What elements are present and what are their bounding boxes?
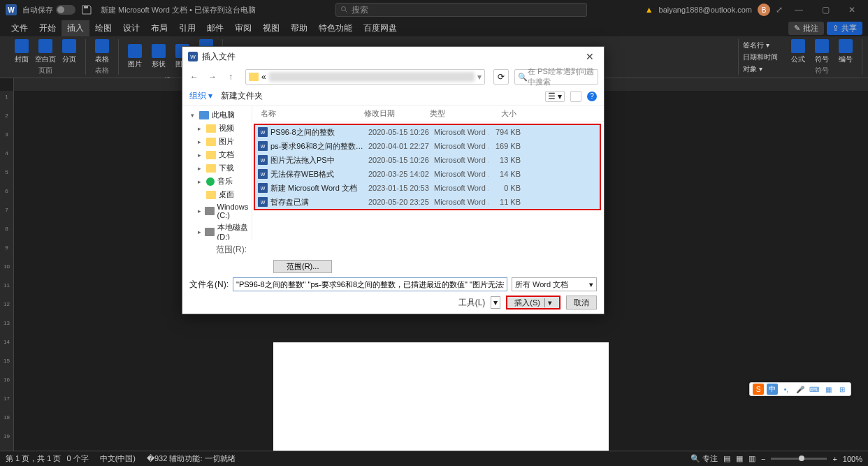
save-icon[interactable] [81, 4, 92, 15]
folder-tree[interactable]: ▾此电脑▸视频▸图片▸文档▸下载▸音乐桌面▸Windows (C:)▸本地磁盘 … [182, 105, 252, 240]
share-button[interactable]: ⇪ 共享 [827, 22, 862, 35]
sogou-logo-icon[interactable]: S [753, 384, 764, 395]
filename-input[interactable] [233, 277, 507, 291]
ribbon-公式[interactable]: 公式 [788, 39, 809, 64]
ribbon-分页[interactable]: 分页 [59, 39, 80, 64]
menu-特色功能[interactable]: 特色功能 [313, 20, 358, 36]
ime-menu-icon[interactable]: ⊞ [837, 384, 848, 395]
avatar[interactable]: B [758, 3, 770, 16]
tree-文档[interactable]: ▸文档 [182, 148, 252, 161]
cancel-button[interactable]: 取消 [566, 296, 597, 310]
document-page[interactable] [273, 342, 609, 466]
tree-视频[interactable]: ▸视频 [182, 122, 252, 135]
menu-文件[interactable]: 文件 [6, 20, 34, 36]
filetype-select[interactable]: 所有 Word 文档▾ [512, 277, 597, 291]
status-page[interactable]: 第 1 页，共 1 页 [6, 453, 61, 464]
ribbon-封面[interactable]: 封面 [11, 39, 32, 64]
menu-绘图[interactable]: 绘图 [89, 20, 117, 36]
tree-本地磁盘 (D:)[interactable]: ▸本地磁盘 (D:) [182, 221, 252, 240]
menu-视图[interactable]: 视图 [257, 20, 285, 36]
file-row[interactable]: W新建 Microsoft Word 文档2023-01-15 20:53Mic… [255, 181, 600, 195]
ribbon-图片[interactable]: 图片 [124, 39, 145, 74]
warning-icon[interactable]: ▲ [645, 5, 653, 15]
status-language[interactable]: 中文(中国) [100, 453, 136, 464]
range-button[interactable]: 范围(R)... [273, 260, 332, 273]
col-name[interactable]: 名称 [252, 108, 364, 119]
menu-设计[interactable]: 设计 [117, 20, 145, 36]
file-list-header[interactable]: 名称 修改日期 类型 大小 [252, 105, 604, 122]
ribbon-编号[interactable]: 编号 [835, 39, 856, 64]
new-folder-button[interactable]: 新建文件夹 [221, 90, 263, 102]
status-accessibility[interactable]: 辅助功能: 一切就绪 [169, 454, 235, 463]
file-row[interactable]: W无法保存WEB格式2020-03-25 14:02Microsoft Word… [255, 167, 600, 181]
ime-punct-icon[interactable]: •, [781, 384, 792, 395]
zoom-level[interactable]: 100% [843, 455, 862, 463]
menu-审阅[interactable]: 审阅 [229, 20, 257, 36]
file-list[interactable]: WPS96-8之间的整数2020-05-15 10:26Microsoft Wo… [254, 124, 601, 210]
menu-邮件[interactable]: 邮件 [201, 20, 229, 36]
date-time[interactable]: 日期和时间 [743, 52, 778, 62]
status-word-count[interactable]: 0 个字 [66, 453, 88, 464]
file-row[interactable]: Wps-要求96和8之间的整数，已插进最近...2020-04-01 22:27… [255, 139, 600, 153]
refresh-button[interactable]: ⟳ [493, 69, 509, 85]
tree-Windows (C:)[interactable]: ▸Windows (C:) [182, 201, 252, 221]
maximize-button[interactable]: ▢ [815, 3, 836, 17]
view-web-icon[interactable]: ▥ [748, 454, 755, 463]
view-read-icon[interactable]: ▤ [723, 454, 730, 463]
dialog-close-button[interactable]: ✕ [581, 51, 598, 62]
view-options-button[interactable]: ☰ ▾ [545, 91, 565, 102]
menu-帮助[interactable]: 帮助 [285, 20, 313, 36]
tree-此电脑[interactable]: ▾此电脑 [182, 108, 252, 122]
ribbon-形状[interactable]: 形状 [148, 39, 169, 74]
menu-引用[interactable]: 引用 [173, 20, 201, 36]
signature-line[interactable]: 签名行 ▾ [743, 41, 778, 50]
dialog-search-input[interactable]: 🔍 在 PS经常遇到问题 中搜索 [514, 69, 598, 85]
preview-pane-button[interactable] [570, 91, 581, 102]
ime-voice-icon[interactable]: 🎤 [795, 384, 806, 395]
menu-百度网盘[interactable]: 百度网盘 [358, 20, 403, 36]
tools-dropdown[interactable]: ▾ [491, 296, 500, 309]
zoom-slider[interactable] [771, 458, 827, 460]
menu-布局[interactable]: 布局 [145, 20, 173, 36]
search-bar[interactable]: 搜索 [335, 3, 587, 17]
status-focus[interactable]: 🔍 专注 [690, 453, 718, 464]
comments-button[interactable]: ✎ 批注 [788, 22, 824, 35]
ime-skin-icon[interactable]: ▦ [823, 384, 834, 395]
ribbon-toggle-icon[interactable]: ⤢ [776, 5, 783, 15]
organize-button[interactable]: 组织 ▾ [189, 90, 212, 102]
autosave-toggle[interactable] [56, 5, 75, 15]
tree-桌面[interactable]: 桌面 [182, 188, 252, 201]
object[interactable]: 对象 ▾ [743, 64, 778, 74]
ribbon-表格[interactable]: 表格 [92, 39, 113, 64]
nav-forward-button[interactable]: → [206, 71, 219, 83]
file-row[interactable]: W暂存盘已满2020-05-20 23:25Microsoft Word ...… [255, 195, 600, 209]
tree-音乐[interactable]: ▸音乐 [182, 175, 252, 188]
col-date[interactable]: 修改日期 [364, 108, 430, 119]
nav-up-button[interactable]: ↑ [224, 71, 237, 83]
minimize-button[interactable]: — [788, 3, 809, 17]
menu-插入[interactable]: 插入 [62, 20, 89, 36]
tree-下载[interactable]: ▸下载 [182, 161, 252, 175]
file-row[interactable]: W图片无法拖入PS中2020-05-15 10:26Microsoft Word… [255, 153, 600, 167]
ime-toolbar[interactable]: S 中 •, 🎤 ⌨ ▦ ⊞ [749, 382, 851, 396]
insert-button[interactable]: 插入(S)▾ [506, 296, 560, 310]
ime-keyboard-icon[interactable]: ⌨ [809, 384, 820, 395]
ribbon-符号[interactable]: 符号 [811, 39, 832, 64]
col-size[interactable]: 大小 [484, 108, 522, 119]
view-print-icon[interactable]: ▦ [736, 454, 743, 463]
ribbon-空白页[interactable]: 空白页 [35, 39, 56, 64]
address-bar[interactable]: « ▾ [245, 69, 485, 85]
file-row[interactable]: WPS96-8之间的整数2020-05-15 10:26Microsoft Wo… [255, 125, 600, 139]
help-button[interactable]: ? [587, 92, 597, 101]
user-email[interactable]: baiyang1888@outlook.com [659, 6, 752, 14]
tools-button[interactable]: 工具(L) [458, 297, 486, 309]
nav-back-button[interactable]: ← [188, 71, 201, 83]
ime-lang[interactable]: 中 [767, 384, 778, 395]
menu-开始[interactable]: 开始 [34, 20, 62, 36]
col-type[interactable]: 类型 [430, 108, 484, 119]
zoom-out-button[interactable]: − [761, 455, 765, 463]
ruler-vertical[interactable]: 12345678910111213141516171819 [0, 91, 14, 454]
zoom-in-button[interactable]: + [832, 455, 837, 463]
tree-图片[interactable]: ▸图片 [182, 135, 252, 148]
close-button[interactable]: ✕ [841, 3, 862, 17]
